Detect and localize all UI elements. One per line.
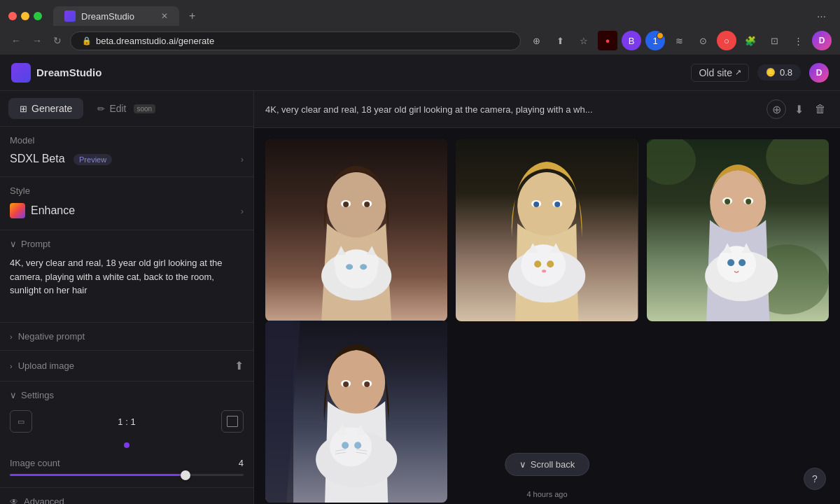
edit-icon: ✏ [97, 104, 105, 114]
app-header: DreamStudio Old site ↗ 🪙 0.8 D [0, 55, 840, 91]
new-tab-button[interactable]: + [182, 6, 202, 27]
svg-point-25 [547, 260, 554, 267]
extension-6[interactable]: ○ [717, 31, 736, 50]
url-input[interactable]: 🔒 beta.dreamstudio.ai/generate [70, 31, 521, 50]
aspect-ratio-indicator [10, 442, 244, 448]
upload-image-row[interactable]: › Upload image ⬆ [0, 351, 253, 382]
svg-point-12 [346, 264, 353, 270]
model-label: Model [10, 135, 244, 146]
tab-generate[interactable]: ⊞ Generate [8, 98, 83, 119]
upload-icon[interactable]: ⬆ [234, 359, 244, 372]
extension-1[interactable]: ● [598, 31, 617, 50]
svg-point-53 [342, 442, 349, 449]
extension-2[interactable]: B [622, 31, 641, 50]
scroll-back-label: Scroll back [531, 459, 575, 470]
close-traffic-light[interactable] [8, 12, 17, 20]
add-variation-button[interactable]: ⊕ [766, 99, 786, 119]
bookmark-icon[interactable]: ☆ [574, 31, 594, 50]
negative-prompt-left: › Negative prompt [10, 331, 85, 342]
aspect-ratio-row: ▭ 1 : 1 [10, 410, 244, 433]
svg-point-41 [738, 259, 746, 266]
grid-image-1[interactable] [265, 139, 447, 321]
help-icon: ? [812, 473, 818, 484]
tab-title: DreamStudio [81, 11, 134, 22]
extension-5[interactable]: ⊙ [693, 31, 713, 50]
negative-prompt-label: Negative prompt [18, 331, 85, 342]
extension-7[interactable]: 🧩 [741, 31, 760, 50]
svg-point-13 [360, 264, 367, 270]
back-button[interactable]: ← [8, 32, 24, 49]
active-browser-tab[interactable]: DreamStudio ✕ [53, 6, 179, 26]
style-section: Style Enhance › [0, 177, 253, 230]
model-section-label: Model [10, 135, 34, 146]
slider-fill [10, 474, 186, 476]
image-count-slider[interactable] [10, 474, 244, 476]
upload-chevron-icon: › [10, 362, 13, 370]
style-selector[interactable]: Enhance › [10, 199, 244, 221]
tab-close-button[interactable]: ✕ [161, 11, 168, 21]
negative-prompt-chevron-icon: › [10, 332, 13, 341]
settings-header[interactable]: ∨ Settings [10, 390, 244, 400]
download-all-button[interactable]: ⬇ [792, 100, 806, 119]
svg-point-19 [555, 202, 561, 207]
svg-point-48 [364, 382, 370, 387]
user-avatar[interactable]: D [809, 63, 829, 83]
svg-point-44 [328, 349, 385, 415]
tab-edit[interactable]: ✏ Edit soon [86, 98, 167, 119]
svg-point-34 [724, 199, 730, 204]
reload-button[interactable]: ↻ [50, 32, 64, 49]
aspect-ratio-portrait-icon[interactable] [221, 410, 244, 433]
svg-point-50 [330, 427, 372, 466]
generate-tab-label: Generate [31, 103, 72, 114]
advanced-label: Advanced [24, 496, 64, 504]
help-button[interactable]: ? [804, 468, 826, 490]
url-bar: ← → ↻ 🔒 beta.dreamstudio.ai/generate ⊕ ⬆… [0, 27, 840, 55]
credits-icon: 🪙 [766, 68, 776, 77]
scroll-back-chevron-icon: ∨ [519, 459, 526, 470]
generate-icon: ⊞ [20, 104, 27, 114]
tab-expand-button[interactable]: ⋯ [811, 11, 832, 22]
style-chevron-icon: › [241, 206, 244, 216]
image-count-value: 4 [239, 458, 244, 468]
negative-prompt-row[interactable]: › Negative prompt [0, 323, 253, 351]
svg-point-54 [354, 442, 361, 449]
delete-all-button[interactable]: 🗑 [812, 100, 829, 119]
svg-point-1 [327, 172, 386, 239]
model-selector[interactable]: SDXL Beta Preview › [10, 148, 244, 168]
minimize-traffic-light[interactable] [21, 12, 29, 20]
share-icon[interactable]: ⬆ [550, 31, 570, 50]
sidebar: ⊞ Generate ✏ Edit soon Model SDXL Beta [0, 91, 254, 504]
maximize-traffic-light[interactable] [34, 12, 42, 20]
profile-button[interactable]: D [812, 31, 832, 50]
upload-image-left: › Upload image [10, 360, 74, 371]
portrait-icon-inner [227, 416, 238, 427]
svg-point-47 [343, 382, 349, 387]
edit-tab-label: Edit [109, 103, 126, 114]
extension-4[interactable]: ≋ [669, 31, 689, 50]
svg-point-5 [364, 202, 370, 207]
prompt-label: Prompt [21, 239, 50, 249]
model-section: Model SDXL Beta Preview › [0, 127, 253, 177]
extension-3[interactable]: 1 [645, 31, 665, 50]
model-badge: Preview [74, 154, 112, 165]
grid-image-4[interactable] [265, 321, 447, 503]
model-name: SDXL Beta [10, 153, 65, 164]
grid-image-3[interactable] [647, 139, 829, 321]
advanced-row[interactable]: 👁 Advanced [0, 488, 253, 504]
prompt-input[interactable] [10, 256, 244, 311]
app-logo-icon [11, 63, 31, 83]
old-site-button[interactable]: Old site ↗ [691, 64, 748, 82]
extension-8[interactable]: ⊡ [764, 31, 784, 50]
translate-icon[interactable]: ⊕ [526, 31, 546, 50]
prompt-header: ∨ Prompt [10, 239, 244, 249]
slider-track [10, 474, 244, 476]
menu-icon[interactable]: ⋮ [788, 31, 808, 50]
slider-thumb[interactable] [181, 470, 190, 480]
aspect-ratio-landscape-icon[interactable]: ▭ [10, 410, 32, 433]
grid-image-2[interactable] [456, 139, 638, 321]
forward-button[interactable]: → [29, 32, 45, 49]
svg-point-26 [542, 270, 546, 272]
scroll-back-bar[interactable]: ∨ Scroll back [505, 453, 590, 476]
prompt-section: ∨ Prompt [0, 230, 253, 323]
model-chevron-icon: › [241, 154, 244, 164]
